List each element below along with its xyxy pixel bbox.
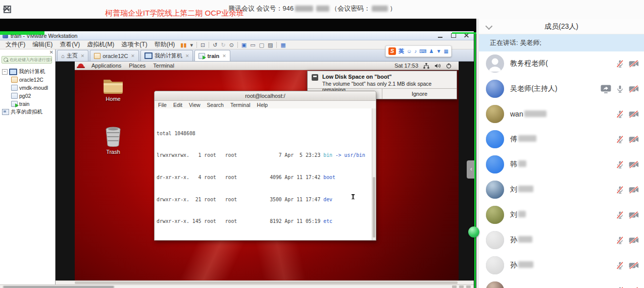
tab-close-icon[interactable]: ✕ bbox=[222, 53, 226, 59]
guest-display[interactable]: ApplicationsPlacesTerminal Sat 17:53 Hom… bbox=[75, 62, 459, 280]
tab-close-icon[interactable]: ✕ bbox=[131, 53, 135, 59]
member-row[interactable]: 孙 bbox=[479, 253, 644, 278]
member-row[interactable]: 刘 bbox=[479, 177, 644, 202]
mic-icon[interactable] bbox=[616, 160, 624, 169]
status-device-icon[interactable] bbox=[459, 285, 464, 288]
mic-icon[interactable] bbox=[616, 85, 624, 93]
chevron-down-icon[interactable] bbox=[485, 23, 492, 30]
terminal-menu-item[interactable]: Terminal bbox=[230, 102, 251, 108]
vm-tab[interactable]: oracle12C ✕ bbox=[90, 50, 139, 61]
mic-icon[interactable] bbox=[616, 236, 624, 245]
toolbar-separator[interactable] bbox=[237, 42, 238, 48]
gnome-menu-item[interactable]: Places bbox=[129, 63, 145, 69]
tree-item-my-computer[interactable]: − 我的计算机 bbox=[0, 68, 55, 76]
member-row[interactable]: 吴老师(主持人) bbox=[479, 76, 644, 101]
vmware-menu-item[interactable]: 查看(V) bbox=[56, 40, 83, 49]
tab-close-icon[interactable]: ✕ bbox=[81, 53, 85, 59]
toolbar-separator[interactable] bbox=[209, 42, 209, 48]
vmware-titlebar[interactable]: train - VMware Workstation bbox=[0, 31, 474, 40]
gnome-menu-item[interactable]: Applications bbox=[91, 63, 121, 69]
floating-assist-ball[interactable] bbox=[468, 226, 479, 238]
ignore-button[interactable]: Ignore bbox=[382, 89, 457, 99]
library-close-icon[interactable]: ✕ bbox=[49, 49, 54, 55]
smiley-icon[interactable]: ☺ bbox=[407, 49, 412, 54]
camera-off-icon[interactable] bbox=[629, 161, 639, 168]
home-folder-icon[interactable]: Home bbox=[97, 77, 129, 102]
vm-tab[interactable]: 主页 ✕ bbox=[57, 50, 88, 61]
vmware-menu-item[interactable]: 文件(F) bbox=[2, 40, 29, 49]
toolbar-separator[interactable] bbox=[276, 42, 277, 48]
member-row[interactable] bbox=[479, 278, 644, 288]
ctrl-alt-del-icon[interactable]: ⊡ bbox=[201, 41, 205, 48]
sogou-logo[interactable]: S bbox=[388, 47, 396, 55]
tree-item-shared-vms[interactable]: 共享的虚拟机 bbox=[0, 108, 55, 116]
tree-item-vm[interactable]: oracle12C bbox=[0, 76, 55, 84]
camera-off-icon[interactable] bbox=[629, 110, 639, 118]
keyboard-icon[interactable]: ⌨ bbox=[419, 49, 426, 54]
mic-icon[interactable] bbox=[616, 110, 624, 119]
take-snapshot-icon[interactable]: ↺ bbox=[213, 41, 217, 48]
language-indicator[interactable]: 英 bbox=[399, 47, 404, 55]
status-device-icon[interactable] bbox=[466, 285, 471, 288]
vmware-menu-item[interactable]: 虚拟机(M) bbox=[83, 40, 118, 49]
terminal-menu-item[interactable]: Help bbox=[257, 102, 268, 108]
mic-icon[interactable] bbox=[616, 60, 624, 68]
volume-icon[interactable] bbox=[434, 63, 441, 69]
vmware-menu-item[interactable]: 选项卡(T) bbox=[118, 40, 151, 49]
gnome-menu-item[interactable]: Terminal bbox=[153, 63, 174, 69]
member-row[interactable]: 孙 bbox=[479, 227, 644, 253]
revert-snapshot-icon[interactable]: ↻ bbox=[221, 41, 225, 48]
camera-off-icon[interactable] bbox=[629, 237, 639, 244]
thumbnail-view-icon[interactable]: ▭ bbox=[250, 41, 255, 48]
member-row[interactable]: 傅 bbox=[479, 127, 644, 152]
camera-off-icon[interactable] bbox=[629, 262, 639, 269]
gnome-clock[interactable]: Sat 17:53 bbox=[394, 63, 418, 69]
member-row[interactable]: 韩 bbox=[479, 152, 644, 177]
tree-item-vm[interactable]: vmdk-moudl bbox=[0, 84, 55, 92]
vm-tab[interactable]: train ✕ bbox=[194, 50, 230, 61]
camera-off-icon[interactable] bbox=[629, 60, 639, 68]
tree-item-vm[interactable]: train bbox=[0, 100, 55, 108]
vm-tab[interactable]: 我的计算机 ✕ bbox=[140, 50, 193, 61]
vmware-menu-item[interactable]: 编辑(E) bbox=[29, 40, 56, 49]
mic-icon[interactable] bbox=[616, 261, 624, 270]
mic-icon[interactable] bbox=[616, 135, 624, 144]
network-icon[interactable] bbox=[423, 63, 429, 69]
unity-icon[interactable]: ▨ bbox=[268, 41, 273, 48]
console-view-icon[interactable]: ▣ bbox=[241, 41, 246, 48]
mic-icon[interactable] bbox=[616, 286, 624, 288]
terminal-menu-item[interactable]: Edit bbox=[173, 102, 182, 108]
member-row[interactable]: 刘 bbox=[479, 202, 644, 227]
redhat-menu-icon[interactable] bbox=[78, 64, 84, 68]
close-button[interactable] bbox=[0, 3, 13, 15]
trash-icon[interactable]: Trash bbox=[97, 127, 129, 155]
terminal-menu-item[interactable]: Search bbox=[207, 102, 224, 108]
toolbox-icon[interactable]: ▦ bbox=[444, 49, 449, 54]
tree-expander-icon[interactable]: − bbox=[2, 69, 8, 75]
camera-off-icon[interactable] bbox=[629, 85, 639, 93]
vmware-minimize-button[interactable] bbox=[437, 33, 443, 38]
voice-input-icon[interactable]: ♪ bbox=[414, 49, 417, 54]
vmware-menu-item[interactable]: 帮助(H) bbox=[151, 40, 179, 49]
fullscreen-icon[interactable]: ▢ bbox=[259, 41, 264, 48]
terminal-menu-item[interactable]: View bbox=[189, 102, 201, 108]
member-row[interactable]: wan bbox=[479, 101, 644, 127]
status-device-icon[interactable] bbox=[452, 285, 457, 288]
terminal-menu-item[interactable]: File bbox=[158, 102, 167, 108]
display-hscrollbar[interactable] bbox=[56, 280, 474, 284]
member-row[interactable]: 教务程老师( bbox=[479, 51, 644, 76]
toolbar-separator[interactable] bbox=[196, 42, 197, 48]
sogou-input-bar[interactable]: S 英 ☺♪⌨♟▼▦ bbox=[385, 45, 452, 57]
terminal-titlebar[interactable]: root@localhost:/ bbox=[155, 91, 376, 101]
mic-icon[interactable] bbox=[616, 186, 624, 194]
manage-snapshots-icon[interactable]: ⊙ bbox=[229, 41, 234, 48]
camera-off-icon[interactable] bbox=[629, 136, 639, 143]
library-panel-icon[interactable]: ▦ bbox=[280, 41, 285, 48]
terminal-window[interactable]: root@localhost:/ FileEditViewSearchTermi… bbox=[154, 91, 376, 241]
camera-off-icon[interactable] bbox=[629, 186, 639, 194]
tab-close-icon[interactable]: ✕ bbox=[185, 53, 189, 59]
camera-off-icon[interactable] bbox=[629, 211, 639, 219]
skin-icon[interactable]: ▼ bbox=[436, 49, 441, 54]
person-icon[interactable]: ♟ bbox=[429, 49, 434, 54]
mic-icon[interactable] bbox=[616, 211, 624, 219]
